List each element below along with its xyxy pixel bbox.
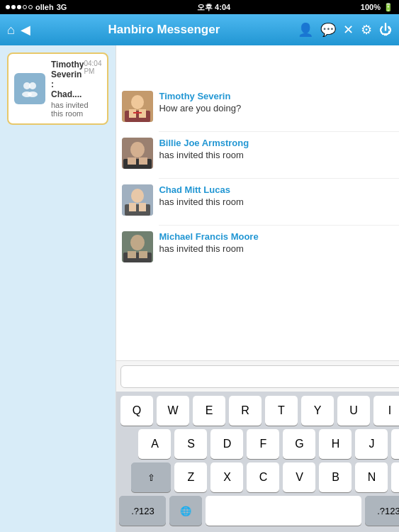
key-b[interactable]: B [319,462,352,492]
key-y[interactable]: Y [301,396,334,426]
globe-key[interactable]: 🌐 [169,496,202,526]
chat-body: Timothy Severin How are you doing? 04:04… [159,91,399,123]
keyboard-row-2: A S D F G H J K L [119,429,399,459]
right-panel: Hi Timothy Severin How [116,45,399,532]
key-k[interactable]: K [391,429,399,459]
hi-message: Hi [122,51,399,82]
chat-icon[interactable]: 💬 [320,22,336,38]
svg-rect-13 [128,157,136,165]
signal-dots [6,5,33,9]
key-n[interactable]: N [355,462,388,492]
dot123-key[interactable]: .?123 [365,496,399,526]
app-title: Hanbiro Messenger [30,23,298,37]
key-z[interactable]: Z [174,462,207,492]
header-right: 👤 💬 ✕ ⚙ ⏻ [298,22,392,38]
network-label: 3G [57,3,67,11]
left-panel: Timothy Severin : Chad.... 04:04 PM has … [0,45,116,532]
space-key[interactable] [206,496,361,526]
svg-rect-17 [125,204,150,216]
key-v[interactable]: V [283,462,315,492]
svg-rect-19 [139,203,146,211]
key-s[interactable]: S [174,429,207,459]
key-t[interactable]: T [265,396,298,426]
key-f[interactable]: F [247,429,279,459]
chad-avatar [122,184,153,216]
status-left: olleh 3G [6,3,67,11]
message-divider [159,131,399,132]
dot5 [28,5,33,9]
input-area: + 📎 [116,360,399,392]
chat-text: How are you doing? [159,103,399,113]
key-q[interactable]: Q [120,396,153,426]
key-j[interactable]: J [355,429,388,459]
numbers-key[interactable]: .?123 [119,496,166,526]
video-icon[interactable]: ✕ [343,22,354,38]
avatar [122,138,153,169]
carrier-label: olleh [35,3,54,11]
header-left: ⌂ ◀ [7,22,30,38]
key-e[interactable]: E [193,396,225,426]
list-item: Chad Mitt Lucas has invited this room 04… [122,184,399,216]
timothy-avatar [122,91,153,122]
notif-header: Timothy Severin : Chad.... 04:04 PM [51,60,101,99]
key-g[interactable]: G [283,429,315,459]
svg-rect-23 [128,251,136,258]
key-u[interactable]: U [337,396,370,426]
contacts-icon[interactable]: 👤 [298,22,313,38]
main-content: Timothy Severin : Chad.... 04:04 PM has … [0,45,399,532]
notif-time: 04:04 PM [84,60,101,75]
home-button[interactable]: ⌂ [7,23,15,38]
chat-body: Michael Francis Moore has invited this r… [159,231,399,263]
app-header: ⌂ ◀ Hanbiro Messenger 👤 💬 ✕ ⚙ ⏻ [0,14,399,45]
chat-time: 04:04 PM [159,209,399,216]
svg-point-16 [131,189,144,203]
dot4 [23,5,27,9]
key-a[interactable]: A [138,429,171,459]
keyboard: Q W E R T Y U I O P A S D F G H J K [116,392,399,532]
key-i[interactable]: I [373,396,399,426]
battery-label: 100% [361,3,381,11]
key-r[interactable]: R [229,396,262,426]
time-label: 오후 4:04 [197,2,230,13]
status-right: 100% 🔋 [361,3,393,12]
message-divider [159,225,399,226]
key-d[interactable]: D [210,429,243,459]
svg-point-3 [28,92,38,97]
key-h[interactable]: H [319,429,352,459]
sender-name: Billie Joe Armstrong [159,138,399,148]
billie-avatar [122,138,153,169]
keyboard-row-1: Q W E R T Y U I O P [119,396,399,426]
notification-card[interactable]: Timothy Severin : Chad.... 04:04 PM has … [7,52,108,125]
avatar [122,91,153,122]
keyboard-row-3: ⇧ Z X C V B N M ⌫ [119,462,399,492]
avatar [122,184,153,216]
key-x[interactable]: X [210,462,243,492]
back-button[interactable]: ◀ [21,22,30,38]
chat-text: has invited this room [159,196,399,207]
sender-name: Michael Francis Moore [159,231,399,242]
key-c[interactable]: C [247,462,279,492]
chat-body: Billie Joe Armstrong has invited this ro… [159,138,399,170]
notif-content: Timothy Severin : Chad.... 04:04 PM has … [51,60,101,118]
notif-avatar [14,73,45,104]
michael-avatar [122,231,153,262]
svg-rect-9 [133,112,142,113]
group-icon [20,79,40,99]
message-input[interactable] [120,365,399,388]
dot2 [11,5,16,9]
list-item: Billie Joe Armstrong has invited this ro… [122,138,399,170]
dot1 [6,5,10,9]
shift-key[interactable]: ⇧ [131,462,171,492]
keyboard-row-4: .?123 🌐 .?123 return [119,496,399,526]
power-icon[interactable]: ⏻ [379,23,392,38]
key-w[interactable]: W [157,396,189,426]
dot3 [17,5,21,9]
avatar [122,231,153,262]
settings-icon[interactable]: ⚙ [361,22,372,38]
notif-text: has invited this room [51,101,101,118]
status-bar: olleh 3G 오후 4:04 100% 🔋 [0,0,399,14]
key-m[interactable]: M [391,462,399,492]
svg-rect-14 [139,157,147,165]
svg-rect-18 [129,203,136,211]
svg-point-5 [131,95,144,109]
